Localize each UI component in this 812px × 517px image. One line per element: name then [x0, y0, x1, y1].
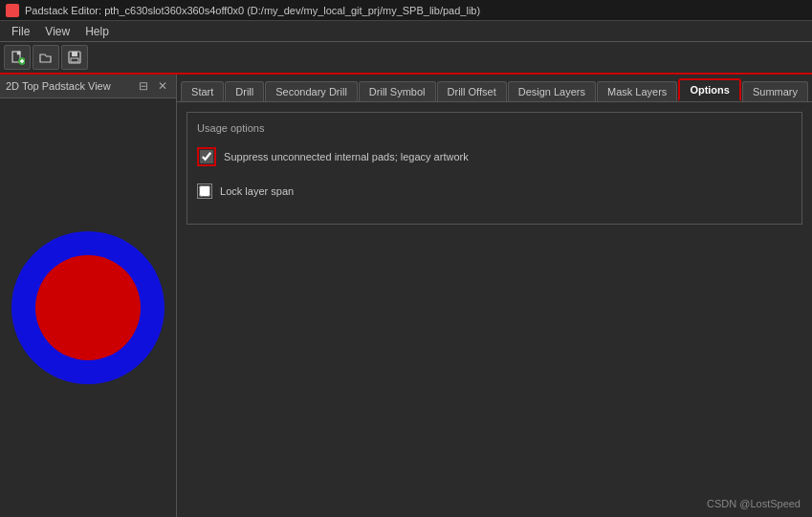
padstack-visual: [11, 231, 165, 384]
suppress-label[interactable]: Suppress unconnected internal pads; lega…: [224, 151, 469, 162]
save-button[interactable]: [61, 45, 88, 70]
panel-title: 2D Top Padstack View: [6, 80, 111, 92]
new-button[interactable]: [4, 45, 31, 70]
tab-start[interactable]: Start: [181, 81, 224, 101]
app-icon: [6, 4, 19, 17]
lock-checkbox[interactable]: [199, 185, 210, 197]
tab-design-layers[interactable]: Design Layers: [508, 81, 596, 101]
menu-help[interactable]: Help: [77, 23, 117, 40]
canvas-area: [0, 98, 176, 517]
tab-mask-layers[interactable]: Mask Layers: [597, 81, 677, 101]
open-button[interactable]: [33, 45, 59, 70]
left-panel-header: 2D Top Padstack View ⊟ ✕: [0, 75, 176, 98]
menu-bar: File View Help: [0, 21, 812, 42]
usage-options-section: Usage options Suppress unconnected inter…: [187, 112, 802, 225]
tab-summary[interactable]: Summary: [742, 81, 808, 101]
svg-rect-6: [71, 58, 78, 62]
tab-drill-symbol[interactable]: Drill Symbol: [359, 81, 436, 101]
menu-file[interactable]: File: [4, 23, 37, 40]
tab-drill-offset[interactable]: Drill Offset: [437, 81, 507, 101]
panel-header-icons: ⊟ ✕: [136, 78, 170, 94]
svg-rect-5: [72, 52, 77, 56]
suppress-checkbox-wrapper: [197, 147, 216, 166]
menu-view[interactable]: View: [37, 23, 77, 40]
right-panel: Start Drill Secondary Drill Drill Symbol…: [177, 75, 812, 517]
pad-inner-circle: [35, 255, 141, 360]
option-row-lock: Lock layer span: [197, 182, 792, 201]
tab-options[interactable]: Options: [678, 78, 741, 101]
watermark: CSDN @LostSpeed: [707, 498, 801, 509]
option-row-suppress: Suppress unconnected internal pads; lega…: [197, 145, 792, 168]
title-bar: Padstack Editor: pth_c630slot360x360s4of…: [0, 0, 812, 21]
section-title: Usage options: [197, 122, 792, 134]
left-panel: 2D Top Padstack View ⊟ ✕: [0, 75, 177, 517]
lock-label[interactable]: Lock layer span: [220, 185, 294, 197]
lock-checkbox-wrapper: [197, 183, 212, 199]
restore-icon[interactable]: ⊟: [136, 78, 151, 94]
tab-drill[interactable]: Drill: [225, 81, 264, 101]
tab-secondary-drill[interactable]: Secondary Drill: [265, 81, 358, 101]
suppress-checkbox[interactable]: [200, 150, 213, 163]
tabs-bar: Start Drill Secondary Drill Drill Symbol…: [177, 75, 812, 102]
main-layout: 2D Top Padstack View ⊟ ✕ Start Drill Sec…: [0, 75, 812, 517]
toolbar: [0, 42, 812, 75]
title-text: Padstack Editor: pth_c630slot360x360s4of…: [25, 5, 480, 16]
close-icon[interactable]: ✕: [155, 78, 170, 94]
tab-content: Usage options Suppress unconnected inter…: [177, 102, 812, 517]
